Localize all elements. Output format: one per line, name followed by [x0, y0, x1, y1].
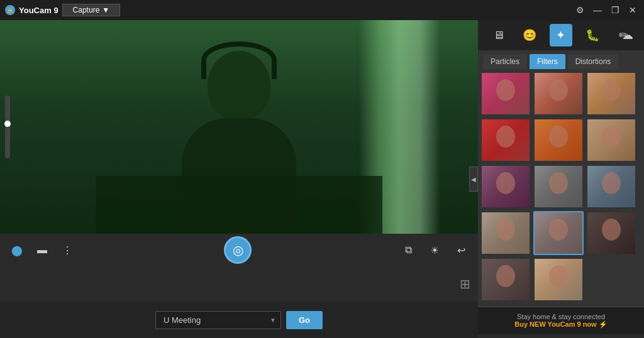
- filter-thumbnail: [482, 212, 530, 254]
- volume-thumb: [4, 121, 11, 127]
- minimize-icon: —: [593, 5, 602, 15]
- filter-item[interactable]: [533, 258, 584, 302]
- video-icon: ▬: [37, 244, 47, 256]
- collapse-panel-button[interactable]: ◀: [469, 166, 478, 192]
- main-layout: ⬤ ▬ ⋮ ◎ ⧉ ☀: [0, 20, 644, 338]
- controls-center: ◎: [224, 236, 252, 264]
- go-button[interactable]: Go: [286, 311, 323, 329]
- bottom-controls-bar: ⬤ ▬ ⋮ ◎ ⧉ ☀: [0, 234, 478, 266]
- controls-left: ⬤ ▬ ⋮: [8, 241, 77, 259]
- settings-button[interactable]: ⚙: [574, 4, 586, 16]
- more-options-button[interactable]: ⋮: [58, 241, 77, 259]
- filter-item[interactable]: [480, 72, 531, 116]
- layers-icon: ⧉: [405, 244, 412, 256]
- filter-thumbnail: [535, 73, 582, 114]
- desk-shape: [96, 176, 382, 234]
- tab-particles[interactable]: Particles: [483, 54, 527, 69]
- maximize-button[interactable]: ❐: [609, 4, 621, 16]
- face-silhouette: [496, 172, 515, 194]
- face-silhouette: [602, 219, 621, 241]
- face-silhouette: [549, 219, 568, 241]
- minimize-button[interactable]: —: [591, 4, 604, 16]
- brightness-icon: ☀: [430, 244, 439, 256]
- layers-button[interactable]: ⧉: [399, 241, 418, 259]
- effects-icon-button[interactable]: ✦: [550, 24, 572, 46]
- filter-item[interactable]: [480, 211, 531, 255]
- filter-item[interactable]: [480, 165, 531, 209]
- undo-icon: ↩: [457, 244, 465, 256]
- camera-icon: ⬤: [11, 244, 23, 256]
- face-silhouette: [549, 265, 568, 287]
- filter-row-1: [480, 72, 641, 116]
- title-bar-right: ⚙ — ❐ ✕: [574, 4, 639, 16]
- video-frame: [0, 20, 478, 234]
- lock-icon: 🔒: [7, 8, 13, 13]
- face-silhouette: [549, 172, 568, 194]
- filter-item[interactable]: [533, 72, 584, 116]
- emoji-icon: 😊: [523, 28, 536, 42]
- title-bar-left: 🔒 YouCam 9 Capture ▼: [5, 4, 120, 16]
- bug-icon: 🐛: [586, 28, 599, 42]
- filter-item[interactable]: [480, 118, 531, 162]
- face-silhouette: [549, 79, 568, 101]
- video-person: [96, 41, 382, 234]
- face-silhouette: [602, 172, 621, 194]
- maximize-icon: ❐: [611, 5, 619, 15]
- close-icon: ✕: [629, 5, 636, 15]
- collapse-icon: ◀: [471, 176, 476, 183]
- head-shape: [208, 51, 270, 120]
- capture-label: Capture: [73, 6, 100, 14]
- brightness-button[interactable]: ☀: [425, 241, 444, 259]
- controls-right: ⧉ ☀ ↩: [399, 241, 470, 259]
- more-icon: ⋮: [62, 244, 72, 256]
- filter-item[interactable]: [586, 118, 636, 162]
- tab-filters[interactable]: Filters: [530, 54, 565, 69]
- meeting-select[interactable]: U Meeting: [155, 311, 281, 329]
- filter-thumbnail: [587, 212, 635, 254]
- filter-thumbnail: [482, 166, 530, 207]
- face-silhouette: [549, 126, 568, 148]
- filter-item[interactable]: [586, 72, 636, 116]
- gear-icon: ⚙: [576, 5, 584, 15]
- undo-button[interactable]: ↩: [452, 241, 470, 259]
- monitor-icon-button[interactable]: 🖥: [487, 24, 510, 46]
- capture-arrow: ▼: [102, 6, 109, 14]
- cloud-button[interactable]: ☁: [616, 24, 639, 46]
- shutter-button[interactable]: ◎: [224, 236, 252, 264]
- bug-icon-button[interactable]: 🐛: [581, 24, 604, 46]
- face-silhouette: [602, 79, 621, 101]
- filter-row-5: [480, 258, 641, 302]
- filter-item-selected[interactable]: [533, 211, 584, 255]
- close-button[interactable]: ✕: [626, 4, 639, 16]
- right-panel-wrapper: ◀ 🖥 😊 ✦ 🐛 ✏: [478, 20, 644, 338]
- tab-distortions[interactable]: Distortions: [568, 54, 619, 69]
- camera-button[interactable]: ⬤: [8, 241, 26, 259]
- top-icons-bar: 🖥 😊 ✦ 🐛 ✏ ☁: [478, 20, 644, 50]
- volume-slider[interactable]: [5, 95, 10, 158]
- right-panel: 🖥 😊 ✦ 🐛 ✏ ☁: [478, 20, 644, 334]
- left-panel: ⬤ ▬ ⋮ ◎ ⧉ ☀: [0, 20, 478, 338]
- face-silhouette: [602, 126, 621, 148]
- filter-item[interactable]: [533, 165, 584, 209]
- filter-row-3: [480, 165, 641, 209]
- filter-item[interactable]: [586, 211, 636, 255]
- filter-row-2: [480, 118, 641, 162]
- capture-button[interactable]: Capture ▼: [62, 4, 121, 16]
- filter-grid: [478, 69, 644, 307]
- emoji-icon-button[interactable]: 😊: [518, 24, 541, 46]
- cloud-icon: ☁: [622, 28, 633, 42]
- app-title: YouCam 9: [19, 6, 58, 15]
- bottom-row: U Meeting ▼ Go: [0, 302, 478, 338]
- face-silhouette: [496, 265, 515, 287]
- filter-row-4: [480, 211, 641, 255]
- effects-icon: ✦: [556, 28, 565, 42]
- face-silhouette: [496, 79, 515, 101]
- grid-icon: ⊞: [460, 277, 470, 291]
- filter-item[interactable]: [533, 118, 584, 162]
- meeting-select-wrapper: U Meeting ▼: [155, 311, 281, 329]
- video-button[interactable]: ▬: [33, 241, 52, 259]
- filter-item[interactable]: [480, 258, 531, 302]
- grid-view-button[interactable]: ⊞: [460, 276, 470, 292]
- promo-text-2[interactable]: Buy NEW YouCam 9 now ⚡: [514, 320, 607, 329]
- filter-item[interactable]: [586, 165, 636, 209]
